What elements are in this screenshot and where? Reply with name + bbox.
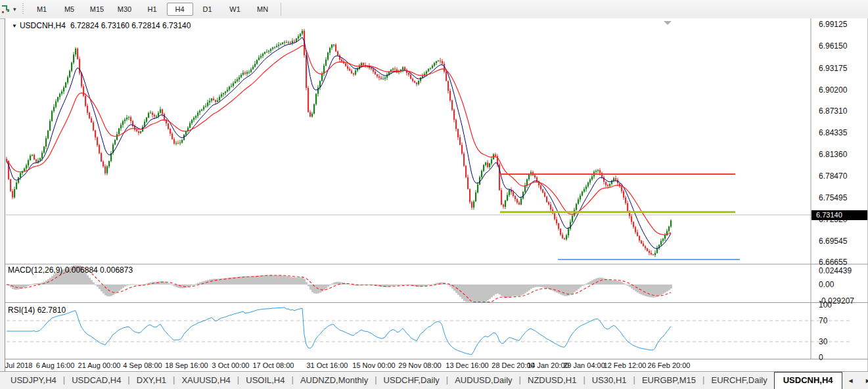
- moving-averages: [7, 37, 671, 248]
- ma-fast-line: [7, 37, 671, 248]
- svg-text:13 Dec 16:00: 13 Dec 16:00: [445, 361, 488, 369]
- svg-text:23 Jul 2018: 23 Jul 2018: [5, 361, 32, 369]
- svg-text:29 Nov 08:00: 29 Nov 08:00: [398, 361, 441, 369]
- timeframe-button-d1[interactable]: D1: [194, 3, 221, 16]
- toolbar-grip[interactable]: [22, 3, 25, 15]
- svg-text:6.84335: 6.84335: [819, 128, 848, 137]
- timeframe-button-m5[interactable]: M5: [57, 3, 83, 16]
- timeframe-button-mn[interactable]: MN: [250, 3, 276, 16]
- tab-usdjpy-h4[interactable]: USDJPY,H4: [4, 372, 63, 389]
- macd-legend: MACD(12,26,9) 0.006884 0.006873: [8, 265, 133, 275]
- charts-icon[interactable]: [1, 4, 12, 14]
- timeframe-button-m15[interactable]: M15: [84, 3, 110, 16]
- rsi-line: [7, 308, 671, 355]
- tab-scroll-controls: ◀ ▶: [842, 372, 868, 389]
- svg-text:6.81360: 6.81360: [819, 150, 848, 159]
- tab-usdchf-daily[interactable]: USDCHF,Daily: [377, 372, 446, 389]
- tab-xauusd-h4[interactable]: XAUUSD,H4: [175, 372, 237, 389]
- svg-text:6.99125: 6.99125: [819, 20, 848, 29]
- tab-scroll-left-icon[interactable]: ◀: [842, 378, 859, 384]
- svg-text:70: 70: [819, 316, 828, 325]
- svg-text:6.75495: 6.75495: [819, 193, 848, 202]
- rsi-legend: RSI(14) 62.7810: [8, 306, 66, 315]
- tab-audusd-daily[interactable]: AUDUSD,Daily: [448, 372, 518, 389]
- svg-text:17 Oct 08:00: 17 Oct 08:00: [253, 361, 294, 369]
- svg-text:31 Oct 16:00: 31 Oct 16:00: [307, 361, 348, 369]
- chart-shift-marker-icon[interactable]: [664, 21, 672, 25]
- svg-text:15 Nov 00:00: 15 Nov 00:00: [352, 361, 395, 369]
- tab-eurchf-daily[interactable]: EURCHF,Daily: [704, 372, 773, 389]
- chevron-down-icon[interactable]: ▾: [13, 6, 16, 12]
- tab-us30-h1[interactable]: US30,H1: [585, 372, 633, 389]
- price-axis-labels: 6.991256.961506.931756.902006.873106.843…: [819, 20, 854, 362]
- tab-dxy-h1[interactable]: DXY,H1: [130, 372, 173, 389]
- chart-window[interactable]: ▼USDCNH,H46.72824 6.73160 6.72814 6.7314…: [5, 18, 868, 372]
- chart-title-legend: ▼USDCNH,H46.72824 6.73160 6.72814 6.7314…: [12, 21, 191, 30]
- timeframe-button-m1[interactable]: M1: [29, 3, 55, 16]
- svg-text:4 Sep 08:00: 4 Sep 08:00: [123, 361, 162, 369]
- svg-text:6.90200: 6.90200: [819, 85, 848, 95]
- tab-eurgbp-m15[interactable]: EURGBP,M15: [635, 372, 702, 389]
- svg-text:26 Feb 20:00: 26 Feb 20:00: [648, 361, 691, 369]
- tab-audnzd-monthly[interactable]: AUDNZD,Monthly: [294, 372, 375, 389]
- svg-text:12 Feb 12:00: 12 Feb 12:00: [604, 361, 647, 369]
- mt4-workspace: { "toolbar": { "timeframes": ["M1","M5",…: [0, 0, 868, 389]
- svg-text:6.87310: 6.87310: [819, 106, 848, 116]
- time-axis-labels: 23 Jul 20186 Aug 16:0021 Aug 00:004 Sep …: [5, 361, 690, 369]
- svg-text:0.024439: 0.024439: [819, 266, 852, 275]
- timeframe-buttons: M1M5M15M30H1H4D1W1MN: [28, 3, 277, 16]
- timeframe-button-m30[interactable]: M30: [112, 3, 138, 16]
- current-price-box: 6.73140: [811, 210, 867, 220]
- tab-scroll-right-icon[interactable]: ▶: [859, 378, 868, 384]
- tab-nzdusd-h1[interactable]: NZDUSD,H1: [521, 372, 583, 389]
- svg-text:6.69545: 6.69545: [819, 237, 848, 246]
- svg-text:29 Jan 04:00: 29 Jan 04:00: [563, 361, 605, 369]
- tab-usdcad-h4[interactable]: USDCAD,H4: [65, 372, 127, 389]
- svg-text:0.00: 0.00: [819, 280, 834, 289]
- tab-usoil-h4[interactable]: USOIL,H4: [239, 372, 291, 389]
- svg-text:6.93175: 6.93175: [819, 64, 848, 73]
- svg-text:18 Sep 16:00: 18 Sep 16:00: [165, 361, 208, 369]
- timeframe-button-h1[interactable]: H1: [139, 3, 166, 16]
- svg-text:3 Oct 00:00: 3 Oct 00:00: [212, 361, 250, 369]
- svg-text:0: 0: [819, 353, 823, 362]
- title-marker-icon[interactable]: ▼: [12, 23, 17, 29]
- main-chart-svg[interactable]: 6.991256.961506.931756.902006.873106.843…: [5, 18, 868, 372]
- candles-layer: [6, 29, 672, 257]
- chart-tab-bar: USDJPY,H4|USDCAD,H4|DXY,H1|XAUUSD,H4|USO…: [0, 371, 868, 389]
- ohlc-values: 6.72824 6.73160 6.72814 6.73140: [70, 21, 191, 30]
- symbol-period-label: USDCNH,H4: [20, 21, 66, 30]
- svg-text:100: 100: [819, 300, 832, 309]
- tab-usdcnh-h4[interactable]: USDCNH,H4: [774, 372, 842, 389]
- svg-text:30: 30: [819, 337, 828, 346]
- svg-text:6 Aug 16:00: 6 Aug 16:00: [36, 361, 75, 369]
- svg-text:6.78470: 6.78470: [819, 172, 848, 181]
- ma-slow-line: [7, 45, 671, 235]
- timeframe-button-w1[interactable]: W1: [222, 3, 248, 16]
- toolbar-separator: [281, 3, 281, 16]
- svg-text:6.96150: 6.96150: [819, 41, 848, 51]
- timeframe-button-h4[interactable]: H4: [167, 3, 193, 16]
- timeframe-toolbar: ▾ M1M5M15M30H1H4D1W1MN: [0, 0, 868, 19]
- rsi-pane: [7, 308, 850, 355]
- svg-text:21 Aug 00:00: 21 Aug 00:00: [78, 361, 121, 369]
